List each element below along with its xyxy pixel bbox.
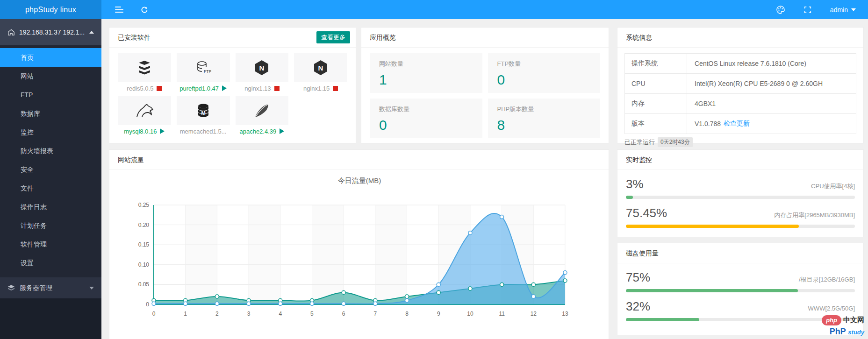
fullscreen-icon[interactable]: [803, 5, 812, 14]
progress-track: [626, 289, 855, 292]
panel-title: 网站流量: [118, 156, 144, 163]
sidebar-item-server-management[interactable]: 服务器管理: [0, 277, 101, 298]
sidebar-item-home[interactable]: 首页: [0, 48, 101, 67]
progress-fill: [626, 289, 798, 292]
cpu-usage-label: CPU使用率[4核]: [811, 182, 855, 191]
stat-value: 1: [379, 72, 473, 88]
stat-ftp-count: FTP数量 0: [488, 53, 601, 93]
watermark-site-name: 中文网: [843, 316, 864, 324]
progress-track: [626, 318, 855, 321]
software-tile-nginx113[interactable]: N nginx1.13: [236, 53, 289, 94]
server-mgmt-label: 服务器管理: [20, 284, 52, 292]
software-name: mysql8.0.16: [124, 128, 157, 135]
svg-text:6: 6: [342, 311, 345, 317]
status-stopped-icon: [157, 86, 162, 91]
panel-title: 磁盘使用量: [626, 249, 659, 257]
sidebar-item-monitor[interactable]: 监控: [0, 123, 101, 141]
table-row: 版本 V1.0.788 检查更新: [625, 114, 856, 134]
row-label: 版本: [625, 114, 687, 134]
installed-software-panel: 已安装软件 查看更多 redis5.0.5 FTP pureftpd1.0.47…: [109, 27, 356, 143]
software-tile-redis[interactable]: redis5.0.5: [118, 53, 171, 94]
progress-track: [626, 225, 855, 228]
root-disk-meter: 75% /根目录[12GB/16GB]: [617, 270, 863, 292]
chevron-down-icon: [89, 287, 94, 290]
sidebar-item-files[interactable]: 文件: [0, 179, 101, 198]
svg-text:11: 11: [499, 311, 505, 317]
stat-label: 数据库数量: [379, 105, 473, 113]
site-watermark: php中文网 PhP study: [822, 314, 864, 338]
stat-database-count: 数据库数量 0: [370, 99, 482, 138]
status-running-icon: [222, 85, 227, 91]
ftp-server-icon: FTP: [194, 60, 213, 76]
chevron-up-icon: [89, 31, 94, 34]
memcached-icon: M: [195, 103, 211, 119]
status-stopped-icon: [274, 86, 280, 91]
theme-palette-icon[interactable]: [776, 5, 785, 14]
row-value: CentOS Linux release 7.6.1810 (Core): [687, 54, 806, 73]
website-traffic-panel: 网站流量 今日流量(MB)00.050.100.150.200.25012345…: [109, 149, 609, 339]
version-value: V1.0.788: [695, 120, 721, 127]
root-disk-label: /根目录[12GB/16GB]: [799, 275, 855, 284]
stat-value: 0: [379, 117, 473, 133]
svg-text:2: 2: [215, 311, 219, 317]
sidebar-item-cron[interactable]: 计划任务: [0, 216, 101, 235]
sidebar-item-software-mgmt[interactable]: 软件管理: [0, 235, 101, 254]
software-name: nginx1.15: [303, 85, 330, 92]
stat-php-version-count: PHP版本数量 8: [488, 99, 601, 138]
svg-text:今日流量(MB): 今日流量(MB): [338, 177, 381, 184]
svg-text:13: 13: [562, 311, 568, 317]
svg-text:N: N: [318, 64, 323, 72]
refresh-icon[interactable]: [140, 5, 149, 14]
view-more-button[interactable]: 查看更多: [316, 31, 350, 43]
sidebar-footer: [0, 298, 101, 339]
admin-menu[interactable]: admin: [830, 6, 856, 14]
svg-text:1: 1: [184, 311, 187, 317]
redis-icon: [135, 60, 154, 75]
status-stopped-icon: [333, 86, 338, 91]
sidebar-item-operation-log[interactable]: 操作日志: [0, 198, 101, 216]
app-overview-panel: 应用概览 网站数量 1 FTP数量 0 数据库数量 0 PHP版本数量 8: [361, 27, 609, 143]
row-label: 操作系统: [625, 54, 687, 73]
sidebar-item-website[interactable]: 网站: [0, 67, 101, 85]
apache-feather-icon: [252, 103, 271, 119]
software-tile-mysql[interactable]: mysql8.0.16: [118, 96, 171, 137]
progress-track: [626, 196, 855, 199]
table-row: 内存 4GBX1: [625, 94, 856, 114]
svg-text:7: 7: [374, 311, 377, 317]
root-disk-value: 75%: [626, 270, 650, 285]
sidebar-nav: 首页 网站 FTP 数据库 监控 防火墙报表 安全 文件 操作日志 计划任务 软…: [0, 48, 101, 272]
memory-meter: 75.45% 内存占用率[2965MB/3930MB]: [617, 206, 863, 228]
software-name: memcached1.5...: [180, 128, 227, 135]
software-tile-pureftpd[interactable]: FTP pureftpd1.0.47: [177, 53, 230, 94]
phpstudy-logo: PhP: [830, 327, 846, 336]
sidebar-item-firewall-report[interactable]: 防火墙报表: [0, 141, 101, 160]
software-name: nginx1.13: [244, 85, 271, 92]
svg-text:M: M: [201, 110, 205, 116]
svg-text:0.25: 0.25: [138, 202, 150, 208]
brand-logo: phpStudy linux: [0, 0, 101, 19]
software-tile-nginx115[interactable]: N nginx1.15: [294, 53, 347, 94]
stat-label: FTP数量: [497, 60, 591, 68]
software-name: redis5.0.5: [127, 85, 153, 92]
sidebar-item-database[interactable]: 数据库: [0, 104, 101, 123]
stat-label: PHP版本数量: [497, 105, 591, 113]
menu-collapse-icon[interactable]: [115, 5, 124, 14]
memory-usage-value: 75.45%: [626, 206, 667, 220]
panel-title: 系统信息: [626, 34, 652, 41]
sidebar-item-ftp[interactable]: FTP: [0, 85, 101, 104]
svg-text:8: 8: [405, 311, 409, 317]
software-tile-memcached[interactable]: M memcached1.5...: [177, 96, 230, 137]
server-selector[interactable]: 192.168.31.37 192.1...: [0, 19, 101, 45]
stat-website-count: 网站数量 1: [370, 53, 482, 93]
check-update-link[interactable]: 检查更新: [724, 120, 750, 128]
uptime-badge: 0天2时43分: [658, 137, 693, 147]
admin-label: admin: [830, 6, 848, 14]
status-running-icon: [160, 128, 165, 134]
row-value: 4GBX1: [687, 94, 716, 113]
system-info-panel: 系统信息 操作系统 CentOS Linux release 7.6.1810 …: [617, 27, 864, 143]
svg-text:0: 0: [146, 301, 149, 308]
sidebar-item-settings[interactable]: 设置: [0, 254, 101, 272]
sidebar-item-security[interactable]: 安全: [0, 160, 101, 179]
software-tile-apache[interactable]: apache2.4.39: [236, 96, 289, 137]
cpu-meter: 3% CPU使用率[4核]: [617, 177, 863, 199]
